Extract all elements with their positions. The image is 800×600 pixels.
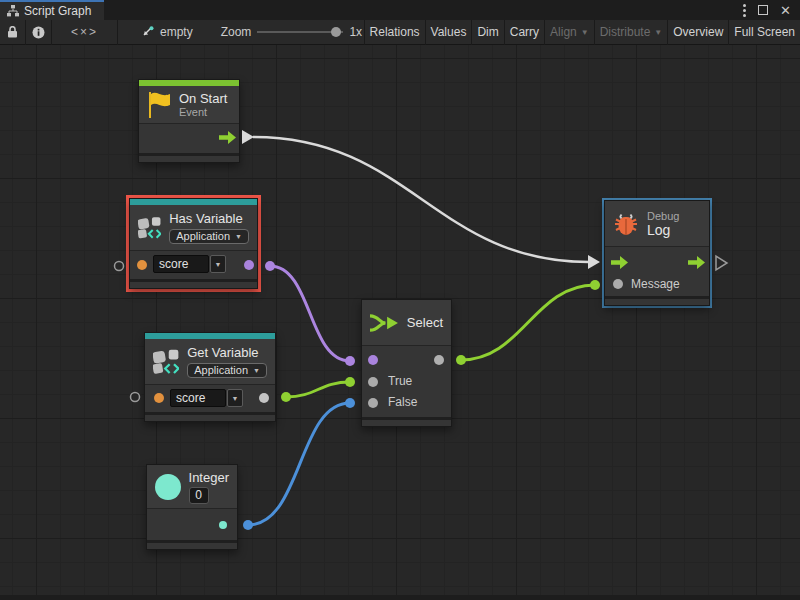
wire-endcap (242, 130, 254, 144)
values-button[interactable]: Values (425, 20, 472, 45)
more-icon[interactable] (743, 4, 746, 17)
value-output-port[interactable] (259, 393, 269, 403)
name-input-port[interactable] (154, 393, 164, 403)
align-button[interactable]: Align▼ (544, 20, 594, 45)
variable-name-field[interactable]: score ▼ (153, 255, 226, 273)
fullscreen-button[interactable]: Full Screen (728, 20, 800, 45)
carry-button[interactable]: Carry (504, 20, 544, 45)
info-button[interactable] (26, 20, 52, 45)
selection-info: empty (140, 25, 193, 39)
name-input-port[interactable] (137, 260, 147, 270)
node-title: Select (407, 315, 443, 330)
node-title: Log (647, 222, 679, 238)
node-title: On Start (179, 91, 227, 106)
node-footer (145, 412, 275, 421)
integer-icon (155, 474, 181, 500)
node-footer (362, 417, 451, 426)
message-input-port[interactable] (613, 279, 623, 289)
integer-value-input[interactable]: 0 (189, 487, 209, 504)
wire-endcap (281, 392, 291, 402)
graph-canvas[interactable]: On StartEvent Has Variable Application▼ (0, 45, 800, 600)
variable-kind-dropdown[interactable]: Application▼ (187, 363, 267, 378)
window-edge (0, 595, 800, 600)
wire-endcap (345, 356, 355, 366)
true-port-label: True (388, 374, 412, 388)
chevron-down-icon: ▼ (654, 28, 662, 37)
close-icon[interactable]: ✕ (780, 4, 791, 17)
node-integer[interactable]: Integer 0 (146, 464, 238, 550)
node-header: On StartEvent (139, 86, 239, 124)
wire-getvariable-to-select-true[interactable] (286, 382, 350, 397)
node-footer (147, 540, 237, 549)
false-input-port[interactable] (368, 398, 378, 408)
variable-name-dropdown[interactable]: ▼ (227, 389, 243, 407)
dim-button[interactable]: Dim (471, 20, 503, 45)
tab-script-graph[interactable]: Script Graph (0, 0, 104, 20)
script-graph-window: Script Graph ✕ <×> empty Zoom 1x Relatio… (0, 0, 800, 600)
code-toggle-button[interactable]: <×> (52, 20, 118, 45)
zoom-value: 1x (349, 25, 362, 39)
node-subtitle: Event (179, 106, 227, 118)
zoom-label: Zoom (221, 25, 252, 39)
variable-name-dropdown[interactable]: ▼ (210, 255, 226, 273)
node-debug-log[interactable]: Debug Log Message (604, 200, 710, 306)
condition-input-port[interactable] (368, 355, 378, 365)
variable-kind-dropdown[interactable]: Application▼ (169, 229, 249, 244)
node-get-variable[interactable]: Get Variable Application▼ score ▼ (144, 332, 276, 422)
wire-endcap (345, 377, 355, 387)
wire-endcap (590, 280, 600, 290)
toolbar-buttons: Relations Values Dim Carry Align▼ Distri… (364, 20, 800, 45)
node-body: True False (362, 346, 451, 417)
node-footer (605, 296, 709, 305)
node-header: Integer 0 (147, 465, 237, 509)
flow-input-port[interactable] (611, 256, 628, 269)
relations-button[interactable]: Relations (364, 20, 425, 45)
zoom-slider[interactable] (257, 31, 343, 33)
node-header: Has Variable Application▼ (130, 205, 257, 251)
node-body (139, 124, 239, 153)
unconnected-port-indicator[interactable] (131, 393, 140, 402)
maximize-icon[interactable] (758, 5, 768, 15)
wire-endcap (456, 355, 466, 365)
tab-label: Script Graph (24, 4, 91, 18)
wire-select-to-log-message[interactable] (461, 285, 595, 360)
node-body: Message (605, 247, 709, 296)
wire-hasvariable-to-select[interactable] (270, 266, 350, 361)
selection-output-port[interactable] (434, 355, 444, 365)
variable-name-input[interactable]: score (153, 255, 209, 273)
code-icon: <×> (71, 25, 98, 39)
zoom-slider-knob[interactable] (331, 27, 341, 37)
bug-icon (613, 210, 639, 237)
variables-icon (138, 214, 161, 242)
false-port-label: False (388, 395, 417, 409)
overview-button[interactable]: Overview (667, 20, 728, 45)
distribute-button[interactable]: Distribute▼ (594, 20, 668, 45)
variable-name-input[interactable]: score (170, 389, 226, 407)
window-controls: ✕ (743, 0, 800, 20)
wire-flow-onstart-to-log[interactable] (253, 137, 589, 262)
true-input-port[interactable] (368, 377, 378, 387)
selection-empty-label: empty (160, 25, 193, 39)
flow-output-port[interactable] (219, 131, 236, 144)
unconnected-flow-indicator[interactable] (716, 256, 727, 270)
graph-icon (7, 5, 19, 17)
wire-endcap (265, 261, 275, 271)
node-title: Get Variable (187, 345, 267, 360)
node-header: Select (362, 300, 451, 346)
node-on-start[interactable]: On StartEvent (138, 79, 240, 163)
node-has-variable[interactable]: Has Variable Application▼ score ▼ (129, 198, 258, 289)
value-output-port[interactable] (219, 521, 227, 529)
info-icon (32, 26, 45, 39)
flow-output-port[interactable] (688, 256, 705, 269)
node-select[interactable]: Select True False (361, 299, 452, 427)
chevron-down-icon: ▼ (581, 28, 589, 37)
lock-button[interactable] (0, 20, 26, 45)
result-output-port[interactable] (244, 260, 254, 270)
wire-endcap (243, 520, 253, 530)
title-bar: Script Graph ✕ (0, 0, 800, 20)
node-body: score ▼ (130, 251, 257, 279)
variable-name-field[interactable]: score ▼ (170, 389, 243, 407)
graph-pointer-icon (140, 26, 154, 39)
node-header: Debug Log (605, 201, 709, 247)
unconnected-port-indicator[interactable] (115, 262, 124, 271)
